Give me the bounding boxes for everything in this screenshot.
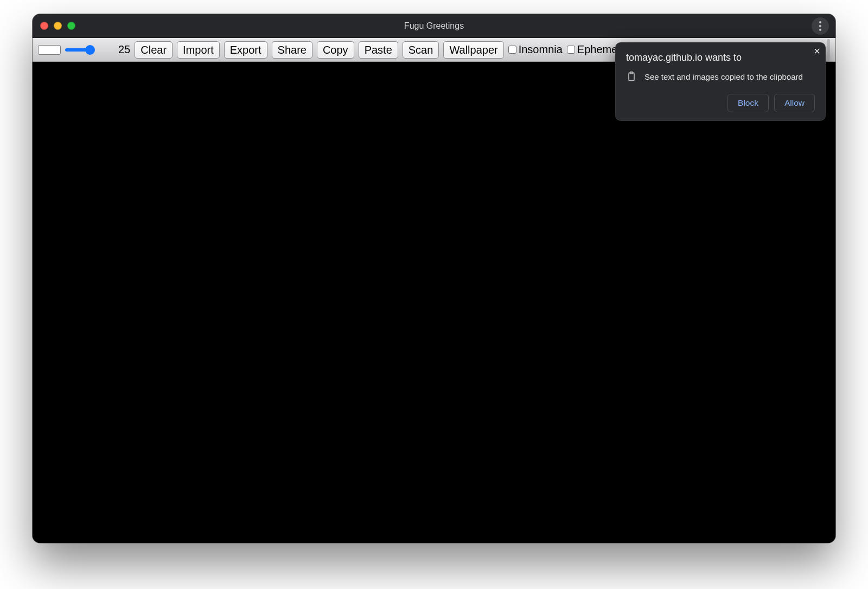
insomnia-checkbox[interactable]: Insomnia xyxy=(508,43,563,56)
checkbox-box[interactable] xyxy=(508,46,516,54)
color-picker[interactable] xyxy=(38,45,61,55)
brush-size-slider[interactable] xyxy=(65,45,115,55)
close-icon[interactable]: × xyxy=(814,46,820,56)
copy-button[interactable]: Copy xyxy=(317,41,354,59)
permission-prompt: × tomayac.github.io wants to See text an… xyxy=(615,42,826,121)
clear-button[interactable]: Clear xyxy=(135,41,173,59)
wallpaper-button[interactable]: Wallpaper xyxy=(443,41,503,59)
block-button[interactable]: Block xyxy=(727,94,769,112)
app-window: Fugu Greetings 25 Clear Import Export Sh… xyxy=(33,14,835,543)
permission-actions: Block Allow xyxy=(626,94,815,112)
export-button[interactable]: Export xyxy=(224,41,267,59)
permission-text: See text and images copied to the clipbo… xyxy=(644,72,803,81)
overflow-menu-button[interactable] xyxy=(812,17,829,35)
checkbox-box[interactable] xyxy=(567,46,575,54)
titlebar: Fugu Greetings xyxy=(33,14,835,38)
scrollbar[interactable] xyxy=(827,39,830,61)
share-button[interactable]: Share xyxy=(272,41,312,59)
window-controls xyxy=(40,22,75,30)
brush-size-value: 25 xyxy=(118,43,130,56)
allow-button[interactable]: Allow xyxy=(774,94,815,112)
permission-heading: tomayac.github.io wants to xyxy=(626,52,815,63)
paste-button[interactable]: Paste xyxy=(359,41,398,59)
brush-size-control: 25 xyxy=(65,43,130,56)
insomnia-label: Insomnia xyxy=(519,43,563,56)
fullscreen-window-button[interactable] xyxy=(67,22,75,30)
close-window-button[interactable] xyxy=(40,22,48,30)
minimize-window-button[interactable] xyxy=(54,22,62,30)
window-title: Fugu Greetings xyxy=(33,21,835,31)
import-button[interactable]: Import xyxy=(177,41,220,59)
clipboard-icon xyxy=(626,71,637,82)
permission-row: See text and images copied to the clipbo… xyxy=(626,71,815,82)
canvas-area[interactable] xyxy=(33,62,835,543)
scan-button[interactable]: Scan xyxy=(403,41,439,59)
